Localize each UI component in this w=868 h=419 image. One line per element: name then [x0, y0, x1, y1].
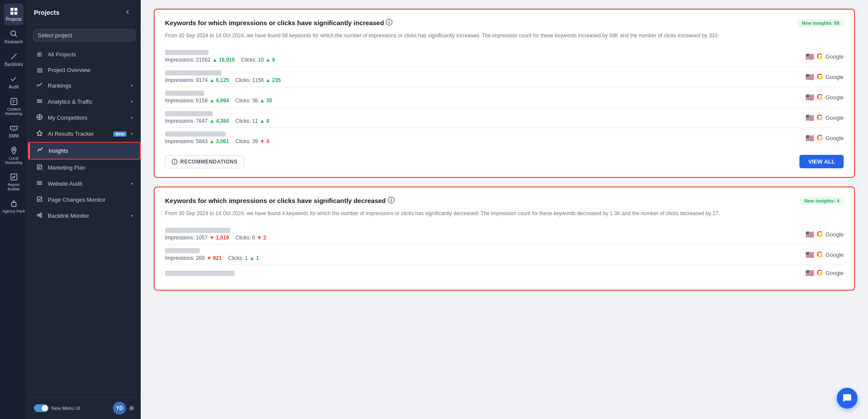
sidebar-item-rankings[interactable]: Rankings ▾: [28, 78, 141, 94]
sidebar-icon-content-marketing[interactable]: Content Marketing: [0, 94, 27, 119]
keyword-stats: Impressions: 7647 ▲ 4,384 Clicks: 11 ▲ 9: [165, 118, 269, 124]
keyword-text-blurred: [165, 248, 200, 253]
sidebar-icon-local-marketing-label: Local Marketing: [2, 156, 26, 165]
clicks-change: ▲ 9: [260, 118, 269, 124]
sidebar-icon-agency-pack[interactable]: Agency Pack: [0, 196, 27, 217]
sidebar-item-project-overview[interactable]: ▤ Project Overview: [28, 62, 141, 78]
svg-point-33: [131, 407, 133, 409]
clicks-label: Clicks: 11: [235, 118, 258, 124]
all-projects-icon: ⊞: [36, 51, 43, 58]
svg-point-28: [37, 214, 39, 216]
sidebar-icon-local-marketing[interactable]: Local Marketing: [0, 143, 27, 168]
competitors-chevron-icon: ▾: [131, 115, 133, 120]
sidebar-item-backlink-monitor[interactable]: Backlink Monitor ▾: [28, 208, 141, 224]
svg-rect-6: [11, 98, 17, 105]
clicks-label: Clicks: 36: [235, 98, 258, 104]
user-avatar[interactable]: YD: [113, 402, 126, 415]
increased-keywords-list: Impressions: 21562 ▲ 16,916 Clicks: 10 ▲…: [165, 46, 844, 148]
decreased-card-header: Keywords for which impressions or clicks…: [165, 196, 844, 205]
sidebar-item-marketing-plan[interactable]: Marketing Plan: [28, 160, 141, 176]
sidebar-item-analytics-traffic[interactable]: Analytics & Traffic ▾: [28, 94, 141, 110]
keyword-stats: Impressions: 6158 ▲ 4,994 Clicks: 36 ▲ 3…: [165, 98, 272, 104]
impressions-label: Impressions: 9174: [165, 77, 208, 83]
increased-info-icon: ⓘ: [386, 18, 393, 27]
impressions-label: Impressions: 1057: [165, 235, 208, 241]
table-row: Impressions: 1057 ▼ 1,019 Clicks: 0 ▼ 2 …: [165, 224, 844, 244]
sidebar-icon-smm[interactable]: SMM: [7, 120, 20, 142]
sidebar-icon-agency-pack-label: Agency Pack: [2, 209, 25, 213]
svg-line-31: [39, 214, 40, 215]
google-g-icon: G: [817, 268, 823, 278]
svg-point-30: [40, 216, 42, 217]
clicks-change: ▲ 1: [250, 255, 259, 261]
keyword-stats: Impressions: 9174 ▲ 6,125 Clicks: 1156 ▲…: [165, 77, 281, 83]
country-flag: 🇺🇸: [805, 269, 814, 277]
keyword-right: 🇺🇸 G Google: [805, 72, 844, 82]
keyword-left: Impressions: 9174 ▲ 6,125 Clicks: 1156 ▲…: [165, 70, 281, 83]
search-engine-label: Google: [825, 231, 844, 238]
sidebar-icon-report-builder[interactable]: Report Builder: [0, 169, 27, 195]
increased-badge: New insights: 58: [797, 19, 844, 27]
sidebar-item-ai-results-tracker[interactable]: AI Results Tracker Beta ▾: [28, 126, 141, 142]
increased-insights-card: Keywords for which impressions or clicks…: [154, 9, 855, 178]
sidebar-item-page-changes-monitor[interactable]: Page Changes Monitor: [28, 192, 141, 208]
marketing-plan-icon: [36, 164, 43, 171]
clicks-label: Clicks: 10: [241, 57, 264, 63]
sidebar-item-all-projects[interactable]: ⊞ All Projects: [28, 46, 141, 62]
impressions-change: ▲ 6,125: [209, 77, 229, 83]
clicks-change: ▲ 235: [265, 77, 281, 83]
svg-rect-12: [11, 174, 17, 180]
keyword-left: Impressions: 268 ▼ 821 Clicks: 1 ▲ 1: [165, 248, 259, 261]
impressions-change: ▼ 821: [206, 255, 221, 261]
keyword-left: Impressions: 7647 ▲ 4,384 Clicks: 11 ▲ 9: [165, 111, 269, 124]
sidebar-icon-projects[interactable]: Projects: [4, 3, 23, 25]
backlink-monitor-chevron-icon: ▾: [131, 213, 133, 218]
keyword-right: 🇺🇸 G Google: [805, 52, 844, 61]
sidebar-icon-backlinks[interactable]: Backlinks: [3, 49, 24, 70]
settings-icon[interactable]: [129, 405, 135, 411]
keyword-right: 🇺🇸 G Google: [805, 268, 844, 278]
sidebar-item-insights[interactable]: Insights: [28, 142, 141, 160]
new-menu-label: New Menu UI: [51, 406, 80, 411]
search-engine-label: Google: [825, 53, 844, 60]
svg-marker-20: [37, 131, 42, 136]
project-select[interactable]: Select project: [33, 29, 135, 42]
sidebar-item-my-competitors[interactable]: My Competitors ▾: [28, 110, 141, 126]
google-g-icon: G: [817, 52, 823, 61]
country-flag: 🇺🇸: [805, 230, 814, 239]
recommendations-button[interactable]: RECOMMENDATIONS: [165, 155, 244, 168]
sidebar-collapse-button[interactable]: [121, 5, 135, 19]
sidebar-nav: ⊞ All Projects ▤ Project Overview Rankin…: [28, 46, 141, 224]
decreased-card-description: From 30 Sep 2024 to 14 Oct 2024, we have…: [165, 210, 844, 217]
google-g-icon: G: [817, 134, 823, 143]
keyword-stats: Impressions: 21562 ▲ 16,916 Clicks: 10 ▲…: [165, 57, 275, 63]
table-row: Impressions: 6158 ▲ 4,994 Clicks: 36 ▲ 3…: [165, 87, 844, 107]
keyword-text-blurred: [165, 131, 226, 137]
chat-bubble[interactable]: [837, 388, 858, 409]
keyword-left: Impressions: 5843 ▲ 3,061 Clicks: 39 ▼ 4: [165, 131, 269, 144]
project-selector-wrap: Select project: [28, 25, 141, 46]
project-overview-icon: ▤: [36, 66, 43, 73]
search-engine-label: Google: [825, 74, 844, 80]
svg-rect-2: [10, 12, 13, 15]
google-g-icon: G: [817, 230, 823, 239]
impressions-label: Impressions: 7647: [165, 118, 208, 124]
my-competitors-icon: [36, 114, 43, 121]
recommendations-icon: [172, 159, 178, 165]
keyword-right: 🇺🇸 G Google: [805, 93, 844, 102]
search-engine-label: Google: [825, 115, 844, 121]
icon-column: Projects Research Backlinks Audit Conten…: [0, 0, 28, 419]
country-flag: 🇺🇸: [805, 114, 814, 122]
sidebar-item-website-audit[interactable]: Website Audit ▾: [28, 176, 141, 192]
sidebar-icon-research[interactable]: Research: [3, 26, 25, 48]
decreased-info-icon: ⓘ: [388, 196, 395, 205]
sidebar-icon-audit[interactable]: Audit: [7, 71, 20, 93]
svg-point-36: [175, 163, 175, 163]
new-menu-toggle[interactable]: [34, 404, 49, 412]
table-row: Impressions: 268 ▼ 821 Clicks: 1 ▲ 1 🇺🇸 …: [165, 244, 844, 265]
clicks-label: Clicks: 39: [235, 138, 258, 144]
chat-icon: [842, 393, 852, 403]
increased-view-all-button[interactable]: VIEW ALL: [799, 155, 844, 168]
decreased-insights-card: Keywords for which impressions or clicks…: [154, 187, 855, 291]
clicks-change: ▼ 2: [257, 235, 266, 241]
